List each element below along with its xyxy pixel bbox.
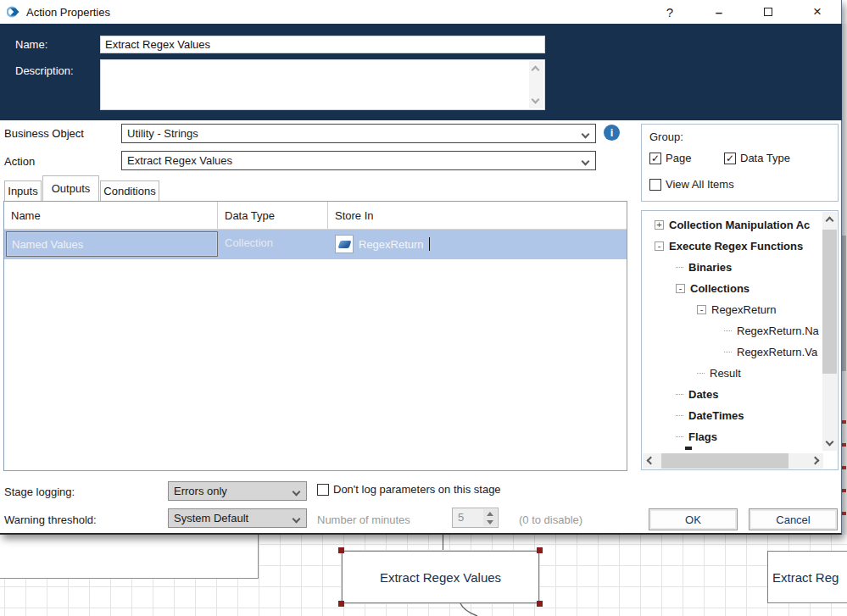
- tree-item[interactable]: Flags: [643, 426, 823, 447]
- stage-extract-regex-values[interactable]: Extract Regex Values: [342, 551, 539, 603]
- background-window-sliver: [842, 24, 847, 535]
- checkbox-unchecked-icon[interactable]: [317, 484, 329, 496]
- action-select[interactable]: Extract Regex Values: [121, 151, 596, 170]
- red-text-fragment: [842, 489, 846, 492]
- tree-branch-line: [676, 394, 683, 395]
- checkbox-label: View All Items: [666, 178, 734, 191]
- tab-label: Conditions: [103, 185, 155, 197]
- tree-item[interactable]: RegexReturn.Va: [643, 341, 823, 363]
- minutes-value: 5: [458, 511, 464, 524]
- tree-item[interactable]: Binaries: [643, 257, 823, 278]
- output-data-type-cell[interactable]: Collection: [225, 236, 273, 249]
- stage-logging-select[interactable]: Errors only: [168, 481, 307, 501]
- tree-item[interactable]: DateTimes: [643, 405, 823, 426]
- tree-item-label: Collections: [690, 282, 749, 295]
- text-caret: [429, 237, 430, 251]
- collapse-icon[interactable]: -: [697, 305, 706, 314]
- selection-handle[interactable]: [537, 547, 543, 553]
- background-block: [0, 535, 259, 579]
- tree-item[interactable]: Result: [643, 363, 823, 384]
- tree-branch-line: [676, 436, 683, 437]
- red-text-fragment: [842, 420, 846, 424]
- cancel-button[interactable]: Cancel: [749, 508, 838, 530]
- column-header-data-type[interactable]: Data Type: [218, 202, 328, 229]
- titlebar[interactable]: Action Properties ? – ×: [0, 0, 841, 24]
- info-icon[interactable]: i: [604, 125, 620, 141]
- maximize-icon[interactable]: [755, 2, 781, 22]
- tab-inputs[interactable]: Inputs: [4, 180, 42, 201]
- tab-outputs[interactable]: Outputs: [42, 175, 99, 201]
- spin-down-icon[interactable]: [487, 520, 493, 524]
- name-input[interactable]: [100, 36, 545, 53]
- collapse-icon[interactable]: -: [655, 241, 664, 251]
- scrollbar-thumb[interactable]: [822, 230, 837, 374]
- business-object-value: Utility - Strings: [127, 127, 198, 140]
- description-scrollbar[interactable]: [529, 61, 543, 108]
- minimize-icon[interactable]: –: [706, 2, 732, 22]
- warning-threshold-select[interactable]: System Default: [168, 508, 307, 528]
- scroll-left-icon[interactable]: [647, 457, 655, 465]
- spinner-buttons[interactable]: [483, 509, 497, 526]
- tree-item-label: Collection Manipulation Ac: [669, 219, 810, 231]
- scroll-up-icon[interactable]: [532, 66, 540, 75]
- output-name-cell[interactable]: Named Values: [6, 231, 218, 257]
- business-object-select[interactable]: Utility - Strings: [121, 124, 596, 143]
- expand-icon[interactable]: +: [655, 220, 664, 230]
- ok-button[interactable]: OK: [649, 508, 738, 530]
- minutes-spinner[interactable]: 5: [452, 508, 499, 528]
- table-row[interactable]: Named Values Collection RegexReturn: [4, 230, 627, 259]
- tree-item[interactable]: - Collections: [643, 278, 823, 299]
- action-properties-dialog: Action Properties ? – × Name: Descriptio…: [0, 0, 842, 535]
- tree-horizontal-scrollbar[interactable]: [643, 453, 823, 469]
- chevron-down-icon: [293, 515, 301, 524]
- flow-connector: [443, 535, 443, 551]
- grid-header: Name Data Type Store In: [4, 202, 627, 230]
- checkbox-view-all-items[interactable]: View All Items: [649, 178, 734, 191]
- scroll-down-icon[interactable]: [826, 438, 834, 447]
- checkbox-checked-icon[interactable]: [649, 153, 661, 164]
- stage-logging-label: Stage logging:: [4, 486, 75, 498]
- scroll-down-icon[interactable]: [532, 96, 540, 104]
- checkbox-data-type[interactable]: Data Type: [724, 152, 790, 164]
- store-in-value: RegexReturn: [359, 238, 424, 251]
- tree-item[interactable]: Dates: [643, 384, 823, 405]
- description-input[interactable]: [100, 59, 545, 110]
- chevron-down-icon: [582, 158, 590, 166]
- tab-conditions[interactable]: Conditions: [100, 180, 159, 201]
- checkbox-page[interactable]: Page: [649, 152, 691, 164]
- data-item-picker-button[interactable]: [335, 235, 354, 253]
- tree-item[interactable]: RegexReturn.Na: [643, 320, 823, 341]
- scroll-right-icon[interactable]: [811, 457, 820, 465]
- outputs-grid: Name Data Type Store In Named Values Col…: [3, 201, 627, 471]
- checkbox-checked-icon[interactable]: [724, 153, 736, 164]
- checkbox-dont-log-parameters[interactable]: Don't log parameters on this stage: [317, 483, 501, 496]
- selection-handle[interactable]: [338, 547, 344, 553]
- tree-item-label: RegexReturn: [711, 303, 777, 316]
- close-icon[interactable]: ×: [805, 2, 830, 22]
- output-store-in-cell[interactable]: RegexReturn: [335, 235, 430, 253]
- selection-handle[interactable]: [537, 601, 543, 607]
- tree-item[interactable]: + Collection Manipulation Ac: [643, 214, 823, 236]
- scrollbar-thumb[interactable]: [661, 453, 788, 469]
- tree-item[interactable]: - Execute Regex Functions: [643, 236, 823, 257]
- tab-label: Inputs: [8, 185, 37, 197]
- spin-up-icon[interactable]: [487, 512, 493, 516]
- tree-item-label: Flags: [688, 430, 717, 443]
- chevron-down-icon: [582, 130, 590, 139]
- help-icon[interactable]: ?: [657, 2, 683, 22]
- tree-item-label: Binaries: [688, 261, 732, 274]
- stage-extract-regex-clipped[interactable]: Extract Reg: [767, 551, 847, 603]
- tree-vertical-scrollbar[interactable]: [822, 212, 837, 451]
- tree-item[interactable]: - RegexReturn: [643, 299, 823, 320]
- process-canvas: Extract Regex Values Extract Reg: [0, 535, 847, 616]
- scroll-up-icon[interactable]: [826, 217, 834, 225]
- red-text-fragment: [842, 466, 846, 469]
- column-header-name[interactable]: Name: [4, 202, 218, 229]
- selection-handle[interactable]: [338, 601, 344, 607]
- collapse-icon[interactable]: -: [676, 284, 685, 293]
- disable-hint: (0 to disable): [519, 513, 582, 526]
- data-item-tree: + Collection Manipulation Ac - Execute R…: [643, 212, 823, 451]
- action-value: Extract Regex Values: [127, 154, 232, 167]
- checkbox-unchecked-icon[interactable]: [649, 179, 661, 191]
- column-header-store-in[interactable]: Store In: [328, 202, 627, 229]
